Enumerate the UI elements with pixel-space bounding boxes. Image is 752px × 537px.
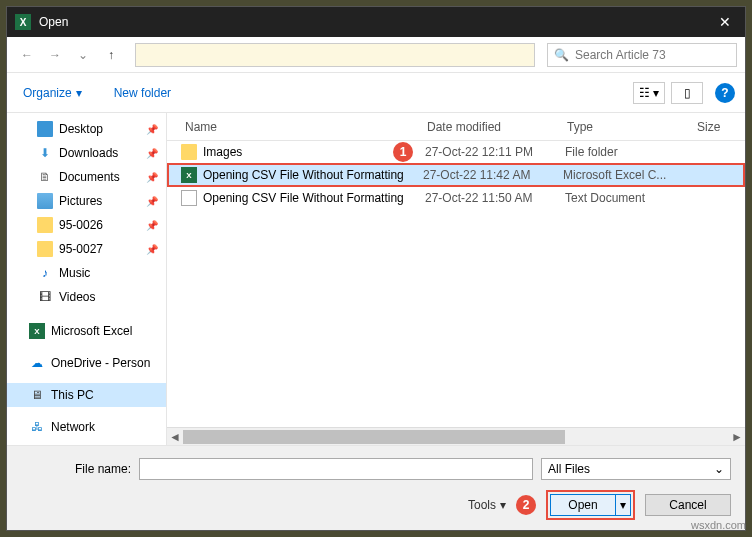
sidebar-item-music[interactable]: ♪Music (7, 261, 166, 285)
sidebar-item-thispc[interactable]: 🖥This PC (7, 383, 166, 407)
new-folder-button[interactable]: New folder (108, 82, 177, 104)
help-button[interactable]: ? (715, 83, 735, 103)
pin-icon: 📌 (146, 196, 162, 207)
cancel-button[interactable]: Cancel (645, 494, 731, 516)
excel-icon: X (15, 14, 31, 30)
documents-icon: 🗎 (37, 169, 53, 185)
sidebar-item-desktop[interactable]: Desktop📌 (7, 117, 166, 141)
horizontal-scrollbar[interactable]: ◄ ► (167, 427, 745, 445)
sidebar-item-network[interactable]: 🖧Network (7, 415, 166, 439)
search-icon: 🔍 (554, 48, 569, 62)
sidebar-item-videos[interactable]: 🎞Videos (7, 285, 166, 309)
filename-label: File name: (21, 462, 131, 476)
pin-icon: 📌 (146, 124, 162, 135)
view-mode-button[interactable]: ☷ ▾ (633, 82, 665, 104)
onedrive-icon: ☁ (29, 355, 45, 371)
file-filter-select[interactable]: All Files⌄ (541, 458, 731, 480)
file-row[interactable]: Opening CSV File Without Formatting 27-O… (167, 187, 745, 209)
toolbar: Organize▾ New folder ☷ ▾ ▯ ? (7, 73, 745, 113)
sidebar-item-onedrive[interactable]: ☁OneDrive - Person (7, 351, 166, 375)
search-input[interactable]: 🔍 Search Article 73 (547, 43, 737, 67)
forward-button[interactable]: → (43, 43, 67, 67)
excel-file-icon: X (181, 167, 197, 183)
scroll-thumb[interactable] (183, 430, 565, 444)
preview-pane-button[interactable]: ▯ (671, 82, 703, 104)
column-headers[interactable]: Name Date modified Type Size (167, 113, 745, 141)
sidebar-item-pictures[interactable]: Pictures📌 (7, 189, 166, 213)
tools-menu[interactable]: Tools ▾ (468, 498, 506, 512)
pictures-icon (37, 193, 53, 209)
up-button[interactable]: ↑ (99, 43, 123, 67)
window-title: Open (39, 15, 705, 29)
sidebar-item-folder1[interactable]: 95-0026📌 (7, 213, 166, 237)
column-name[interactable]: Name (167, 120, 427, 134)
open-button[interactable]: Open (550, 494, 616, 516)
pin-icon: 📌 (146, 244, 162, 255)
scroll-right-icon[interactable]: ► (729, 429, 745, 445)
bottom-panel: File name: All Files⌄ Tools ▾ 2 Open ▾ C… (7, 446, 745, 530)
sidebar-item-documents[interactable]: 🗎Documents📌 (7, 165, 166, 189)
folder-icon (37, 241, 53, 257)
organize-menu[interactable]: Organize▾ (17, 82, 88, 104)
column-type[interactable]: Type (567, 120, 697, 134)
scroll-left-icon[interactable]: ◄ (167, 429, 183, 445)
desktop-icon (37, 121, 53, 137)
open-button-highlight: Open ▾ (546, 490, 635, 520)
navbar: ← → ⌄ ↑ 🔍 Search Article 73 (7, 37, 745, 73)
annotation-marker-2: 2 (516, 495, 536, 515)
sidebar: Desktop📌 ⬇Downloads📌 🗎Documents📌 Picture… (7, 113, 167, 445)
pin-icon: 📌 (146, 148, 162, 159)
titlebar: X Open ✕ (7, 7, 745, 37)
column-date[interactable]: Date modified (427, 120, 567, 134)
excel-icon: X (29, 323, 45, 339)
back-button[interactable]: ← (15, 43, 39, 67)
search-placeholder: Search Article 73 (575, 48, 666, 62)
file-row[interactable]: Images 27-Oct-22 12:11 PM File folder (167, 141, 745, 163)
downloads-icon: ⬇ (37, 145, 53, 161)
videos-icon: 🎞 (37, 289, 53, 305)
chevron-down-icon: ▾ (500, 498, 506, 512)
column-size[interactable]: Size (697, 120, 745, 134)
file-row-selected[interactable]: XOpening CSV File Without Formatting 27-… (167, 163, 745, 187)
recent-dropdown[interactable]: ⌄ (71, 43, 95, 67)
annotation-marker-1: 1 (393, 142, 413, 162)
pc-icon: 🖥 (29, 387, 45, 403)
sidebar-item-folder2[interactable]: 95-0027📌 (7, 237, 166, 261)
close-button[interactable]: ✕ (705, 7, 745, 37)
open-dropdown-button[interactable]: ▾ (615, 494, 631, 516)
pin-icon: 📌 (146, 172, 162, 183)
folder-icon (181, 144, 197, 160)
filename-input[interactable] (139, 458, 533, 480)
watermark: wsxdn.com (691, 519, 746, 531)
chevron-down-icon: ▾ (76, 86, 82, 100)
file-list: Images 27-Oct-22 12:11 PM File folder XO… (167, 141, 745, 427)
text-file-icon (181, 190, 197, 206)
sidebar-item-downloads[interactable]: ⬇Downloads📌 (7, 141, 166, 165)
music-icon: ♪ (37, 265, 53, 281)
folder-icon (37, 217, 53, 233)
pin-icon: 📌 (146, 220, 162, 231)
network-icon: 🖧 (29, 419, 45, 435)
breadcrumb-bar[interactable] (135, 43, 535, 67)
sidebar-item-excel[interactable]: XMicrosoft Excel (7, 319, 166, 343)
chevron-down-icon: ⌄ (714, 462, 724, 476)
